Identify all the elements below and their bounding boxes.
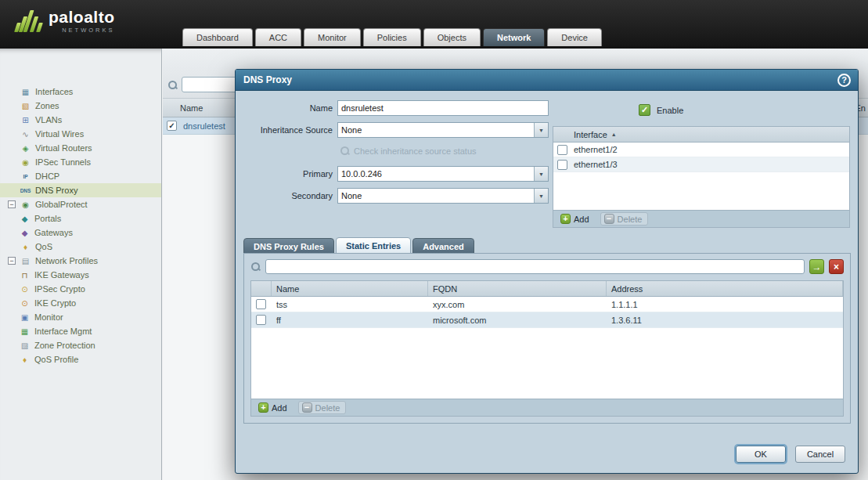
interface-mgmt-icon: ▦ xyxy=(19,327,31,336)
check-inheritance-link[interactable]: Check inheritance source status xyxy=(340,146,477,156)
sidebar-item-ipsec-crypto[interactable]: ⊙IPSec Crypto xyxy=(0,282,161,296)
sidebar-item-qos-profile[interactable]: ♦QoS Profile xyxy=(0,352,161,366)
dns-proxy-icon: DNS xyxy=(20,188,31,193)
ipsec-tunnels-icon: ◉ xyxy=(20,158,31,167)
sidebar-item-globalprotect[interactable]: −◉GlobalProtect xyxy=(0,197,161,211)
sidebar-item-interface-mgmt[interactable]: ▦Interface Mgmt xyxy=(0,324,161,338)
cancel-button[interactable]: Cancel xyxy=(795,446,845,463)
sidebar-item-ike-gateways[interactable]: ⊓IKE Gateways xyxy=(0,268,161,282)
sidebar-item-zones[interactable]: ▧Zones xyxy=(0,99,161,113)
apply-filter-button[interactable]: → xyxy=(809,259,824,274)
column-header-name[interactable]: Name xyxy=(272,281,428,296)
chevron-down-icon[interactable]: ▼ xyxy=(534,123,548,137)
sidebar-item-dns-proxy[interactable]: DNSDNS Proxy xyxy=(0,183,161,197)
tab-objects[interactable]: Objects xyxy=(423,28,481,46)
sidebar-item-dhcp[interactable]: IPDHCP xyxy=(0,169,161,183)
entry-row[interactable]: tssxyx.com1.1.1.1 xyxy=(251,297,843,312)
cell-fqdn: xyx.com xyxy=(428,297,607,312)
secondary-value: None xyxy=(338,189,534,203)
dhcp-icon: IP xyxy=(20,174,31,179)
check-status-icon xyxy=(340,146,350,156)
sidebar-item-network-profiles[interactable]: −▤Network Profiles xyxy=(0,254,161,268)
entry-row[interactable]: ffmicrosoft.com1.3.6.11 xyxy=(251,312,843,328)
tab-monitor[interactable]: Monitor xyxy=(304,28,361,46)
interface-column-header[interactable]: Interface ▲ xyxy=(553,127,849,143)
row-checkbox[interactable] xyxy=(557,145,567,155)
sidebar-item-label: Virtual Wires xyxy=(35,129,84,139)
sidebar-item-label: Interfaces xyxy=(35,87,73,96)
column-header-fqdn[interactable]: FQDN xyxy=(428,281,607,296)
row-name[interactable]: dnsruletest xyxy=(183,121,225,131)
static-entries-panel: → × Name FQDN Address tssxyx.com1.1.1.1f… xyxy=(243,253,851,424)
screen: paloalto NETWORKS DashboardACCMonitorPol… xyxy=(0,0,868,480)
dialog-tab-static-entries[interactable]: Static Entries xyxy=(336,237,411,254)
sidebar-item-virtual-routers[interactable]: ◈Virtual Routers xyxy=(0,141,161,155)
collapse-toggle-icon[interactable]: − xyxy=(8,257,16,265)
sidebar-item-ike-crypto[interactable]: ⊙IKE Crypto xyxy=(0,296,161,310)
primary-label: Primary xyxy=(239,166,333,182)
cell-address: 1.1.1.1 xyxy=(607,297,843,312)
ipsec-crypto-icon: ⊙ xyxy=(19,285,31,294)
select-all-column[interactable] xyxy=(251,281,272,296)
tab-device[interactable]: Device xyxy=(547,28,602,46)
sidebar-item-qos[interactable]: ♦QoS xyxy=(0,240,161,254)
row-checkbox[interactable] xyxy=(256,315,266,325)
column-header-address[interactable]: Address xyxy=(607,281,843,296)
paloalto-logo: paloalto NETWORKS xyxy=(16,9,115,34)
help-icon[interactable]: ? xyxy=(837,74,851,87)
cell-checkbox xyxy=(251,312,272,327)
gateways-icon: ◆ xyxy=(19,229,31,237)
ok-button[interactable]: OK xyxy=(736,446,786,463)
interface-name: ethernet1/3 xyxy=(574,160,618,169)
enable-checkbox[interactable] xyxy=(639,104,650,116)
sidebar-item-vlans[interactable]: ⊞VLANs xyxy=(0,113,161,127)
sidebar-item-label: GlobalProtect xyxy=(35,200,88,209)
entries-delete-button[interactable]: − Delete xyxy=(298,401,347,414)
cell-name: ff xyxy=(272,312,428,327)
secondary-select[interactable]: None ▼ xyxy=(337,188,549,204)
interface-row[interactable]: ethernet1/2 xyxy=(553,143,849,157)
tab-dashboard[interactable]: Dashboard xyxy=(182,28,253,46)
row-checkbox[interactable] xyxy=(167,121,177,131)
collapse-toggle-icon[interactable]: − xyxy=(8,200,16,208)
clear-filter-button[interactable]: × xyxy=(829,259,844,274)
interface-delete-button[interactable]: − Delete xyxy=(600,212,649,226)
entries-add-button[interactable]: + Add xyxy=(254,401,294,414)
row-checkbox[interactable] xyxy=(256,299,266,309)
cell-fqdn: microsoft.com xyxy=(428,312,607,327)
entries-search-input[interactable] xyxy=(265,259,805,274)
chevron-down-icon[interactable]: ▼ xyxy=(534,167,548,181)
primary-select[interactable]: 10.0.0.246 ▼ xyxy=(337,166,549,182)
main-tabs: DashboardACCMonitorPoliciesObjectsNetwor… xyxy=(182,28,602,46)
sidebar-item-label: Network Profiles xyxy=(35,256,98,265)
sidebar-item-gateways[interactable]: ◆Gateways xyxy=(0,226,161,240)
interface-row[interactable]: ethernet1/3 xyxy=(553,157,849,172)
dialog-tab-dns-proxy-rules[interactable]: DNS Proxy Rules xyxy=(243,238,334,254)
sidebar-item-label: IPSec Tunnels xyxy=(35,157,91,167)
sidebar-item-portals[interactable]: ◆Portals xyxy=(0,211,161,226)
sidebar-item-interfaces[interactable]: ▦Interfaces xyxy=(0,85,161,99)
row-checkbox[interactable] xyxy=(557,160,567,170)
entries-toolbar: + Add − Delete xyxy=(251,399,843,416)
paloalto-logo-icon xyxy=(16,9,41,32)
sidebar-item-zone-protection[interactable]: ▨Zone Protection xyxy=(0,338,161,352)
globalprotect-icon: ◉ xyxy=(20,200,31,209)
entries-body: tssxyx.com1.1.1.1ffmicrosoft.com1.3.6.11 xyxy=(251,297,843,399)
chevron-down-icon[interactable]: ▼ xyxy=(534,189,548,203)
entries-header-row: Name FQDN Address xyxy=(251,281,843,297)
dialog-tab-advanced[interactable]: Advanced xyxy=(412,238,474,254)
cell-name: tss xyxy=(272,297,428,312)
sidebar-item-virtual-wires[interactable]: ∿Virtual Wires xyxy=(0,127,161,141)
zones-icon: ▧ xyxy=(20,102,31,110)
tab-policies[interactable]: Policies xyxy=(363,28,421,46)
name-input[interactable] xyxy=(337,100,549,116)
sidebar-item-ipsec-tunnels[interactable]: ◉IPSec Tunnels xyxy=(0,155,161,169)
tab-network[interactable]: Network xyxy=(483,28,545,46)
column-header-name[interactable]: Name xyxy=(180,103,203,113)
inheritance-source-select[interactable]: None ▼ xyxy=(337,122,549,138)
sidebar-item-monitor[interactable]: ▣Monitor xyxy=(0,310,161,324)
interface-add-button[interactable]: + Add xyxy=(556,212,596,226)
sidebar-item-label: Monitor xyxy=(34,312,63,322)
interface-toolbar: + Add − Delete xyxy=(553,210,849,227)
tab-acc[interactable]: ACC xyxy=(255,28,301,46)
